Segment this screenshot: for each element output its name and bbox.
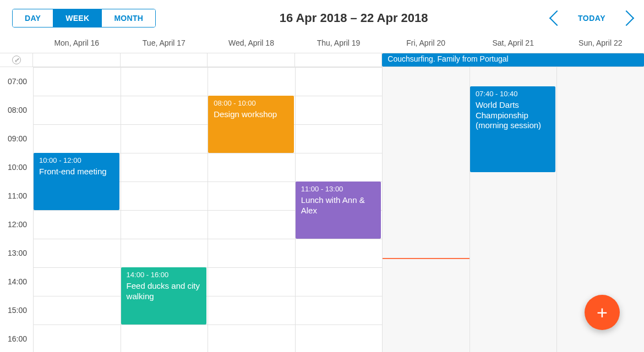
allday-cell-tue[interactable] [121,53,208,67]
time-gutter-spacer [0,35,33,53]
allday-event[interactable]: Couchsurfing. Family from Portugal [382,53,644,67]
event-title: World Darts Championship (morning sessio… [476,100,552,131]
event-title: Lunch with Ann & Alex [301,195,377,216]
view-week-button[interactable]: WEEK [53,9,101,27]
day-column-wed[interactable]: 08:00 - 10:00Design workshop [208,67,295,352]
date-range-label: 16 Apr 2018 – 22 Apr 2018 [280,11,428,25]
day-column-fri[interactable] [382,67,470,352]
day-header-wed: Wed, April 18 [208,35,295,53]
view-switcher: DAY WEEK MONTH [12,9,156,28]
day-header-sun: Sun, April 22 [556,35,644,53]
calendar-event[interactable]: 14:00 - 16:00Feed ducks and city walking [121,267,207,324]
event-time-label: 14:00 - 16:00 [127,271,203,279]
day-header-row: Mon, April 16 Tue, April 17 Wed, April 1… [0,35,644,53]
day-column-sat[interactable]: 07:40 - 10:40World Darts Championship (m… [470,67,557,352]
today-button[interactable]: TODAY [578,14,605,23]
event-time-label: 08:00 - 10:00 [214,99,290,107]
time-grid: 07:0008:0009:0010:0011:0012:0013:0014:00… [0,67,644,352]
event-title: Design workshop [214,109,290,120]
event-title: Feed ducks and city walking [127,281,203,302]
clock-icon [12,56,21,64]
allday-cell-wed[interactable] [208,53,295,67]
allday-cell-thu[interactable] [295,53,383,67]
day-column-thu[interactable]: 11:00 - 13:00Lunch with Ann & Alex [295,67,383,352]
add-event-button[interactable]: + [585,295,620,330]
allday-grid[interactable]: Couchsurfing. Family from Portugal [33,53,644,67]
now-indicator [383,258,470,259]
day-columns: 10:00 - 12:00Front-end meeting 14:00 - 1… [33,67,644,352]
date-navigation: TODAY [552,13,632,24]
time-gutter: 07:0008:0009:0010:0011:0012:0013:0014:00… [0,67,33,352]
day-header-fri: Fri, April 20 [382,35,470,53]
day-column-tue[interactable]: 14:00 - 16:00Feed ducks and city walking [121,67,208,352]
day-header-sat: Sat, April 21 [470,35,557,53]
day-header-thu: Thu, April 19 [295,35,383,53]
plus-icon: + [597,303,608,322]
chevron-right-icon[interactable] [619,10,634,26]
day-column-mon[interactable]: 10:00 - 12:00Front-end meeting [33,67,121,352]
calendar-event[interactable]: 08:00 - 10:00Design workshop [208,96,294,153]
allday-row: Couchsurfing. Family from Portugal [0,53,644,67]
view-month-button[interactable]: MONTH [102,9,155,27]
view-day-button[interactable]: DAY [13,9,53,27]
chevron-left-icon[interactable] [549,10,565,26]
day-header-tue: Tue, April 17 [121,35,208,53]
event-time-label: 10:00 - 12:00 [39,156,115,164]
calendar-event[interactable]: 11:00 - 13:00Lunch with Ann & Alex [296,182,381,239]
event-time-label: 07:40 - 10:40 [476,90,552,98]
allday-gutter [0,53,33,67]
toolbar: DAY WEEK MONTH 16 Apr 2018 – 22 Apr 2018… [0,0,644,35]
allday-cell-mon[interactable] [33,53,121,67]
calendar-event[interactable]: 10:00 - 12:00Front-end meeting [34,153,119,210]
event-title: Front-end meeting [39,167,115,177]
calendar-event[interactable]: 07:40 - 10:40World Darts Championship (m… [470,86,556,172]
day-header-mon: Mon, April 16 [33,35,121,53]
event-time-label: 11:00 - 13:00 [301,185,377,193]
